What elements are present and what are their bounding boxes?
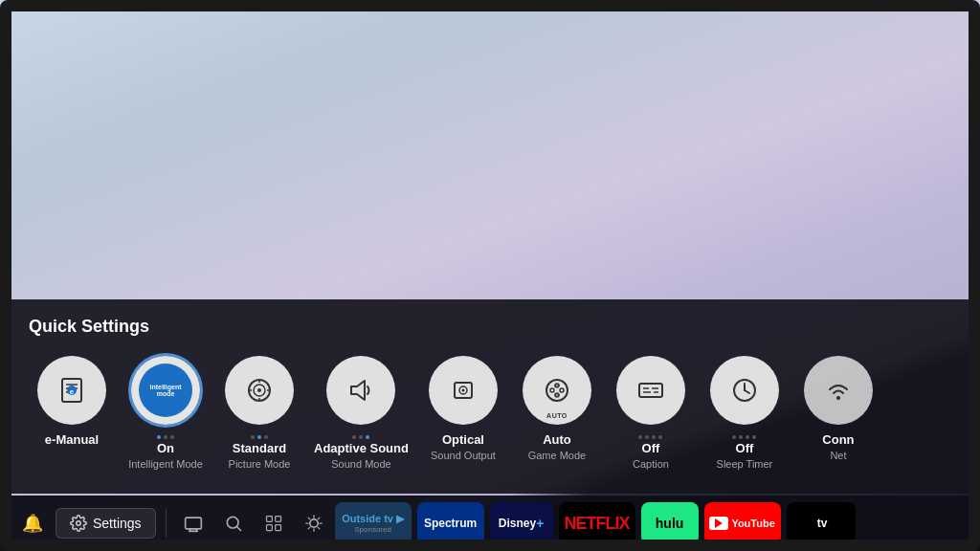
settings-button[interactable]: Settings bbox=[56, 508, 156, 539]
svg-point-18 bbox=[550, 388, 554, 392]
intelligent-badge: intelligent mode bbox=[139, 364, 192, 417]
ambient-mode-icon bbox=[304, 514, 323, 533]
dot bbox=[732, 435, 736, 439]
dot bbox=[652, 435, 656, 439]
dot bbox=[164, 435, 167, 439]
app-disney-plus[interactable]: Disney + bbox=[490, 502, 553, 544]
svg-rect-35 bbox=[185, 518, 201, 529]
dot bbox=[251, 435, 255, 439]
caption-icon bbox=[635, 375, 666, 406]
qs-item-picture-mode[interactable]: Standard Picture Mode bbox=[216, 352, 302, 474]
disney-label: Disney bbox=[499, 517, 536, 530]
quick-settings-panel: Quick Settings e e-Manual bbox=[0, 299, 980, 494]
svg-point-16 bbox=[461, 389, 464, 392]
caption-label-top: Off bbox=[642, 441, 660, 456]
sound-mode-icon bbox=[345, 375, 376, 406]
qs-item-caption[interactable]: Off Caption bbox=[608, 352, 694, 474]
svg-point-19 bbox=[560, 388, 564, 392]
qs-item-game-mode[interactable]: AUTO Auto Game Mode bbox=[514, 352, 600, 466]
network-label-bottom: Net bbox=[830, 450, 846, 462]
caption-label-bottom: Caption bbox=[633, 458, 669, 471]
taskbar-apps: Outside tv ▶ Sponsored Spectrum Disney +… bbox=[335, 502, 965, 544]
quick-settings-items: e e-Manual intelligent mode bbox=[29, 352, 951, 474]
intelligent-mode-dots bbox=[157, 435, 174, 439]
taskbar-divider bbox=[166, 509, 167, 538]
svg-rect-44 bbox=[275, 525, 280, 531]
taskbar-left: 🔔 Settings bbox=[15, 506, 331, 540]
dot bbox=[752, 435, 756, 439]
svg-rect-24 bbox=[639, 384, 662, 397]
input-source-icon bbox=[184, 514, 203, 533]
picture-mode-label-top: Standard bbox=[233, 441, 286, 456]
game-mode-icon-circle: AUTO bbox=[523, 356, 591, 425]
emanual-icon: e bbox=[56, 375, 87, 406]
intelligent-mode-icon-circle: intelligent mode bbox=[131, 356, 200, 425]
app-netflix[interactable]: NETFLIX bbox=[559, 502, 635, 544]
sleep-timer-label-top: Off bbox=[736, 441, 754, 456]
svg-rect-41 bbox=[266, 517, 272, 522]
youtube-inner: YouTube bbox=[709, 517, 774, 530]
qs-item-emanual[interactable]: e e-Manual bbox=[29, 352, 115, 452]
sound-mode-icon-circle bbox=[326, 356, 395, 425]
app-apple-tv[interactable]: tv bbox=[787, 502, 856, 544]
intelligent-mode-label-top: On bbox=[157, 441, 174, 456]
disney-plus: + bbox=[536, 516, 544, 531]
picture-mode-icon bbox=[244, 375, 275, 406]
source-icon[interactable] bbox=[176, 506, 211, 540]
svg-point-8 bbox=[257, 388, 261, 392]
dot bbox=[157, 435, 161, 439]
qs-item-sound-output[interactable]: Optical Sound Output bbox=[420, 352, 506, 466]
search-icon-svg bbox=[224, 514, 243, 533]
dot bbox=[746, 435, 749, 439]
qs-item-intelligent-mode[interactable]: intelligent mode On Intelligent Mode bbox=[122, 352, 209, 474]
caption-dots bbox=[638, 435, 662, 439]
sleep-timer-icon bbox=[729, 375, 760, 406]
network-icon-circle bbox=[804, 356, 873, 425]
app-youtube[interactable]: YouTube bbox=[704, 502, 781, 544]
sound-mode-label-top: Adaptive Sound bbox=[314, 441, 409, 456]
outside-tv-name: Outside tv ▶ bbox=[342, 513, 404, 525]
emanual-label: e-Manual bbox=[45, 432, 99, 448]
sound-mode-label-bottom: Sound Mode bbox=[331, 458, 390, 471]
qs-item-sleep-timer[interactable]: Off Sleep Timer bbox=[702, 352, 788, 474]
settings-gear-icon bbox=[70, 515, 87, 532]
apps-icon[interactable] bbox=[256, 506, 291, 540]
app-spectrum[interactable]: Spectrum bbox=[417, 502, 484, 544]
picture-mode-icon-circle bbox=[225, 356, 294, 425]
taskbar: 🔔 Settings bbox=[0, 496, 980, 551]
game-mode-auto-label: AUTO bbox=[546, 412, 568, 419]
wifi-icon bbox=[823, 375, 854, 406]
dot bbox=[658, 435, 662, 439]
notification-icon[interactable]: 🔔 bbox=[15, 506, 50, 540]
intelligent-mode-label-bottom: Intelligent Mode bbox=[128, 458, 203, 471]
search-icon[interactable] bbox=[216, 506, 251, 540]
dot bbox=[170, 435, 174, 439]
game-mode-label-top: Auto bbox=[543, 432, 571, 448]
sound-output-icon-circle bbox=[429, 356, 498, 425]
qs-item-sound-mode[interactable]: Adaptive Sound Sound Mode bbox=[310, 352, 412, 474]
appletv-label: tv bbox=[817, 517, 828, 530]
tv-screen: Quick Settings e e-Manual bbox=[0, 0, 980, 551]
svg-marker-13 bbox=[351, 381, 365, 400]
dot bbox=[359, 435, 363, 439]
svg-point-33 bbox=[836, 396, 840, 400]
game-mode-icon bbox=[542, 375, 572, 406]
sound-output-icon bbox=[448, 375, 479, 406]
svg-line-31 bbox=[745, 390, 749, 393]
ambient-icon[interactable] bbox=[297, 506, 331, 540]
sleep-timer-label-bottom: Sleep Timer bbox=[717, 458, 773, 471]
sound-mode-dots bbox=[352, 435, 369, 439]
app-hulu[interactable]: hulu bbox=[641, 502, 699, 544]
sound-output-label-top: Optical bbox=[442, 432, 484, 448]
picture-mode-label-bottom: Picture Mode bbox=[229, 458, 291, 471]
game-mode-label-bottom: Game Mode bbox=[528, 450, 587, 462]
emanual-icon-circle: e bbox=[37, 356, 106, 425]
netflix-label: NETFLIX bbox=[565, 514, 630, 534]
app-outside-tv[interactable]: Outside tv ▶ Sponsored bbox=[335, 502, 412, 544]
qs-item-network[interactable]: Conn Net bbox=[795, 352, 881, 466]
picture-mode-dots bbox=[251, 435, 268, 439]
sound-output-label-bottom: Sound Output bbox=[431, 450, 496, 462]
dot bbox=[257, 435, 261, 439]
dot bbox=[739, 435, 743, 439]
sleep-timer-dots bbox=[732, 435, 756, 439]
